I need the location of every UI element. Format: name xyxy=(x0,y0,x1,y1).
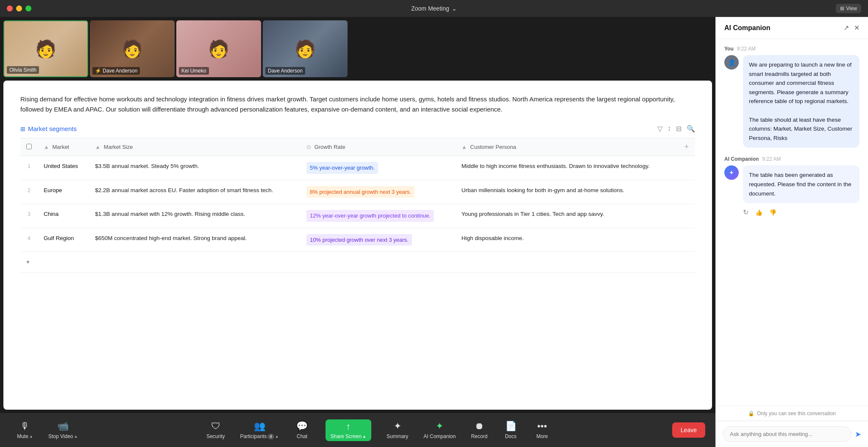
summary-button[interactable]: ✦ Summary xyxy=(380,418,415,442)
row-checkbox-cell: 4 xyxy=(20,228,38,252)
market-size-cell: $2.2B annual market across EU. Faster ad… xyxy=(89,180,300,204)
chevron-up-icon: ▲ xyxy=(362,434,366,439)
privacy-notice: 🔒 Only you can see this conversation xyxy=(716,406,868,421)
chevron-down-icon: ⌄ xyxy=(452,5,457,12)
video-tile-3[interactable]: 🧑 Dave Anderson xyxy=(263,20,348,77)
docs-label: Docs xyxy=(505,433,516,439)
growth-chip: 8% projected annual growth next 3 years. xyxy=(306,186,415,198)
participant-name-2: Kei Umeko xyxy=(179,67,209,75)
popout-icon[interactable]: ↗ xyxy=(843,24,849,32)
market-cell: China xyxy=(38,204,89,228)
chevron-up-icon: ▲ xyxy=(74,434,78,439)
participant-name-0: Olivia Smith xyxy=(7,66,39,74)
share-screen-button[interactable]: ↑ Share Screen ▲ xyxy=(319,417,378,444)
ai-companion-button[interactable]: ✦ AI Companion xyxy=(417,418,462,442)
share-screen-inner: ↑ Share Screen ▲ xyxy=(326,419,371,441)
more-button[interactable]: ••• More xyxy=(527,418,557,442)
video-tile-2[interactable]: 🧑 Kei Umeko xyxy=(176,20,261,77)
mic-icon: 🎙 xyxy=(20,421,30,432)
message-meta: You 9:22 AM xyxy=(724,46,860,52)
record-label: Record xyxy=(471,433,487,439)
participants-button[interactable]: 👥 Participants 4 ▲ xyxy=(234,418,286,442)
privacy-text: Only you can see this conversation xyxy=(757,411,836,416)
toolbar-left: 🎙 Mute ▲ 📹 Stop Video ▲ xyxy=(10,418,84,442)
sort-icon[interactable]: ↕ xyxy=(668,125,671,133)
security-button[interactable]: 🛡 Security xyxy=(200,418,231,442)
row-number: 2 xyxy=(28,187,31,193)
growth-chip: 10% projected growth over next 3 years. xyxy=(306,234,412,246)
main-layout: 🧑 Olivia Smith 🧑 ⚡ Dave Anderson 🧑 Kei U… xyxy=(0,17,868,447)
market-cell: Gulf Region xyxy=(38,228,89,252)
search-icon[interactable]: 🔍 xyxy=(687,125,695,133)
message-avatar: ✦ xyxy=(724,165,739,180)
video-tile-1[interactable]: 🧑 ⚡ Dave Anderson xyxy=(90,20,175,77)
customer-persona-cell: Young professionals in Tier 1 cities. Te… xyxy=(456,204,678,228)
growth-rate-cell: 12% year-over-year growth projected to c… xyxy=(300,204,456,228)
ai-input[interactable] xyxy=(723,426,851,442)
participants-label: Participants xyxy=(240,433,267,439)
col-checkbox xyxy=(20,138,38,156)
ai-message-actions: ↻ 👍 👎 xyxy=(724,208,860,216)
add-column-icon[interactable]: + xyxy=(684,142,689,151)
stop-video-label: Stop Video xyxy=(48,433,73,439)
chat-button[interactable]: 💬 Chat xyxy=(287,418,317,442)
close-icon[interactable]: ✕ xyxy=(854,24,860,32)
view-button[interactable]: ⊞ View xyxy=(836,4,861,13)
docs-button[interactable]: 📄 Docs xyxy=(496,418,526,442)
ai-icon: ✦ xyxy=(436,421,443,432)
select-all-checkbox[interactable] xyxy=(26,144,32,149)
col-market: ▲ Market xyxy=(38,138,89,156)
clock-icon: ⊙ xyxy=(306,144,311,150)
security-label: Security xyxy=(206,433,225,439)
customer-persona-cell: Middle to high income fitness enthusiast… xyxy=(456,156,678,180)
row-checkbox-cell: 3 xyxy=(20,204,38,228)
maximize-btn[interactable] xyxy=(25,6,31,11)
video-icon: 📹 xyxy=(57,421,69,432)
market-name: Europe xyxy=(44,187,62,193)
ai-sidebar-title: AI Companion xyxy=(724,24,770,32)
grid-icon: ⊞ xyxy=(840,6,844,11)
empty-cell xyxy=(678,204,695,228)
lock-icon: 🔒 xyxy=(748,411,754,416)
market-size-cell: $650M concentrated high-end market. Stro… xyxy=(89,228,300,252)
row-checkbox-cell: 1 xyxy=(20,156,38,180)
ai-header-actions: ↗ ✕ xyxy=(843,24,860,32)
ai-companion-label: AI Companion xyxy=(423,433,456,439)
minimize-btn[interactable] xyxy=(16,6,22,11)
view-label: View xyxy=(846,6,857,11)
send-button[interactable]: ➤ xyxy=(855,430,861,439)
ai-messages: You 9:22 AM 👤 We are preparing to launch… xyxy=(716,39,868,406)
toolbar-right: Leave xyxy=(672,422,705,438)
leave-button[interactable]: Leave xyxy=(672,422,705,438)
thumbs-up-icon[interactable]: 👍 xyxy=(755,209,762,216)
toolbar: 🎙 Mute ▲ 📹 Stop Video ▲ 🛡 xyxy=(0,413,715,447)
close-btn[interactable] xyxy=(7,6,13,11)
growth-rate-cell: 5% year-over-year growth. xyxy=(300,156,456,180)
record-button[interactable]: ⏺ Record xyxy=(464,418,494,442)
chevron-up-icon: ▲ xyxy=(29,434,33,439)
message-bubble: The table has been generated as requeste… xyxy=(743,165,860,203)
video-tile-0[interactable]: 🧑 Olivia Smith xyxy=(3,20,88,77)
meeting-title: Zoom Meeting ⌄ xyxy=(411,5,456,12)
market-table: ▲ Market ▲ Market Size ⊙ Growth Rate xyxy=(20,138,695,273)
stop-video-button[interactable]: 📹 Stop Video ▲ xyxy=(42,418,84,442)
description-text: Rising demand for effective home workout… xyxy=(20,94,695,115)
participant-name-1: ⚡ Dave Anderson xyxy=(92,67,140,75)
sort-icon: ▲ xyxy=(95,144,100,150)
filter-icon[interactable]: ▽ xyxy=(657,125,662,133)
mute-label: Mute xyxy=(17,433,28,439)
thumbs-down-icon[interactable]: 👎 xyxy=(769,209,776,216)
col-customer-persona: ▲ Customer Persona xyxy=(456,138,678,156)
empty-cell xyxy=(678,228,695,252)
ai-message: AI Companion 9:22 AM ✦ The table has bee… xyxy=(724,156,860,216)
col-add[interactable]: + xyxy=(678,138,695,156)
market-cell: United States xyxy=(38,156,89,180)
columns-icon[interactable]: ⊟ xyxy=(676,125,682,133)
table-row: 2 Europe $2.2B annual market across EU. … xyxy=(20,180,695,204)
sort-icon: ▲ xyxy=(44,144,49,150)
video-and-content: 🧑 Olivia Smith 🧑 ⚡ Dave Anderson 🧑 Kei U… xyxy=(0,17,715,447)
mute-button[interactable]: 🎙 Mute ▲ xyxy=(10,418,40,442)
add-row-button[interactable]: + xyxy=(20,252,695,273)
window-controls xyxy=(7,6,31,11)
refresh-icon[interactable]: ↻ xyxy=(743,208,748,216)
